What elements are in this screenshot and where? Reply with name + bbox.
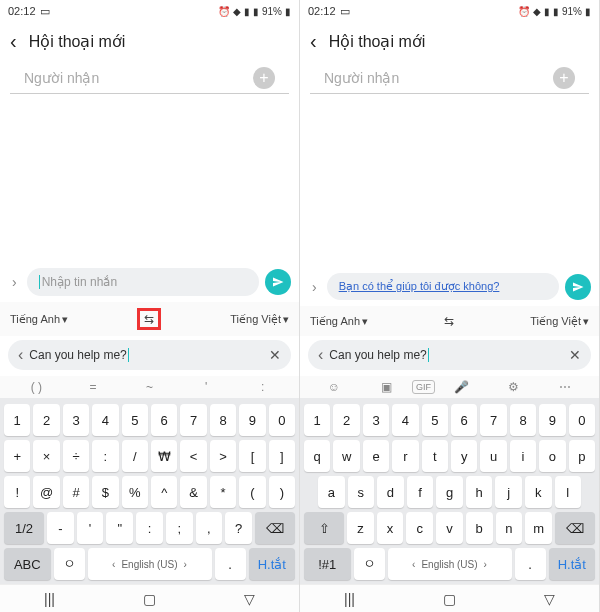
send-button[interactable] bbox=[565, 274, 591, 300]
key-i[interactable]: i bbox=[510, 440, 536, 472]
translate-input[interactable]: ‹ Can you help me? ✕ bbox=[308, 340, 591, 370]
key-f[interactable]: f bbox=[407, 476, 434, 508]
key-5[interactable]: 5 bbox=[422, 404, 448, 436]
chevron-left-icon[interactable]: ‹ bbox=[318, 346, 323, 364]
key[interactable]: ^ bbox=[151, 476, 177, 508]
key-3[interactable]: 3 bbox=[363, 404, 389, 436]
key-q[interactable]: q bbox=[304, 440, 330, 472]
key[interactable]: ₩ bbox=[151, 440, 177, 472]
key-o[interactable]: o bbox=[539, 440, 565, 472]
add-recipient-button[interactable]: + bbox=[553, 67, 575, 89]
key-a[interactable]: a bbox=[318, 476, 345, 508]
key-h[interactable]: h bbox=[466, 476, 493, 508]
key[interactable]: : bbox=[136, 512, 163, 544]
key-b[interactable]: b bbox=[466, 512, 493, 544]
key[interactable]: # bbox=[63, 476, 89, 508]
recipient-field[interactable]: Người nhận + bbox=[10, 61, 289, 94]
key[interactable]: , bbox=[196, 512, 223, 544]
back-icon[interactable]: ‹ bbox=[10, 30, 17, 53]
tool-tilde[interactable]: ~ bbox=[121, 380, 178, 394]
key-7[interactable]: 7 bbox=[480, 404, 506, 436]
key-w[interactable]: w bbox=[333, 440, 359, 472]
key-t[interactable]: t bbox=[422, 440, 448, 472]
key[interactable]: × bbox=[33, 440, 59, 472]
key-4[interactable]: 4 bbox=[392, 404, 418, 436]
key-j[interactable]: j bbox=[495, 476, 522, 508]
key-v[interactable]: v bbox=[436, 512, 463, 544]
key[interactable]: < bbox=[180, 440, 206, 472]
key[interactable]: ; bbox=[166, 512, 193, 544]
back-icon[interactable]: ‹ bbox=[310, 30, 317, 53]
key-comma[interactable]: ㅇ bbox=[354, 548, 385, 580]
key[interactable]: ) bbox=[269, 476, 295, 508]
key-6[interactable]: 6 bbox=[451, 404, 477, 436]
key-8[interactable]: 8 bbox=[210, 404, 236, 436]
key[interactable]: " bbox=[106, 512, 133, 544]
nav-recents[interactable]: ||| bbox=[344, 591, 355, 607]
key[interactable]: - bbox=[47, 512, 74, 544]
tool-eq[interactable]: = bbox=[65, 380, 122, 394]
key-k[interactable]: k bbox=[525, 476, 552, 508]
key-1[interactable]: 1 bbox=[4, 404, 30, 436]
add-recipient-button[interactable]: + bbox=[253, 67, 275, 89]
key-u[interactable]: u bbox=[480, 440, 506, 472]
tool-quote[interactable]: ' bbox=[178, 380, 235, 394]
key-8[interactable]: 8 bbox=[510, 404, 536, 436]
send-button[interactable] bbox=[265, 269, 291, 295]
key-g[interactable]: g bbox=[436, 476, 463, 508]
key-s[interactable]: s bbox=[348, 476, 375, 508]
source-lang[interactable]: Tiếng Anh ▾ bbox=[10, 313, 68, 326]
key-c[interactable]: c bbox=[406, 512, 433, 544]
clear-icon[interactable]: ✕ bbox=[269, 347, 281, 363]
expand-icon[interactable]: › bbox=[8, 274, 21, 290]
key[interactable]: [ bbox=[239, 440, 265, 472]
key-x[interactable]: x bbox=[377, 512, 404, 544]
key-e[interactable]: e bbox=[363, 440, 389, 472]
key[interactable]: ( bbox=[239, 476, 265, 508]
key[interactable]: ' bbox=[77, 512, 104, 544]
mic-icon[interactable]: 🎤 bbox=[435, 380, 487, 394]
tool-paren[interactable]: ( ) bbox=[8, 380, 65, 394]
key[interactable]: @ bbox=[33, 476, 59, 508]
target-lang[interactable]: Tiếng Việt ▾ bbox=[530, 315, 589, 328]
key-m[interactable]: m bbox=[525, 512, 552, 544]
key-mode[interactable]: !#1 bbox=[304, 548, 351, 580]
key[interactable]: & bbox=[180, 476, 206, 508]
shift-key[interactable]: ⇧ bbox=[304, 512, 344, 544]
target-lang[interactable]: Tiếng Việt ▾ bbox=[230, 313, 289, 326]
tool-colon[interactable]: : bbox=[234, 380, 291, 394]
nav-back[interactable]: ▽ bbox=[244, 591, 255, 607]
key[interactable]: ? bbox=[225, 512, 252, 544]
key[interactable]: ÷ bbox=[63, 440, 89, 472]
emoji-icon[interactable]: ☺ bbox=[308, 380, 360, 394]
key-7[interactable]: 7 bbox=[180, 404, 206, 436]
spacebar[interactable]: ‹ English (US) › bbox=[88, 548, 212, 580]
gif-icon[interactable]: GIF bbox=[412, 380, 435, 394]
key-0[interactable]: 0 bbox=[269, 404, 295, 436]
key-htat[interactable]: H.tắt bbox=[249, 548, 296, 580]
spacebar[interactable]: ‹ English (US) › bbox=[388, 548, 512, 580]
key-htat[interactable]: H.tắt bbox=[549, 548, 596, 580]
key-abc[interactable]: ABC bbox=[4, 548, 51, 580]
key-6[interactable]: 6 bbox=[151, 404, 177, 436]
key-p[interactable]: p bbox=[569, 440, 595, 472]
key-y[interactable]: y bbox=[451, 440, 477, 472]
key-1[interactable]: 1 bbox=[304, 404, 330, 436]
backspace-key[interactable]: ⌫ bbox=[555, 512, 595, 544]
key-2[interactable]: 2 bbox=[333, 404, 359, 436]
nav-home[interactable]: ▢ bbox=[443, 591, 456, 607]
key-mode[interactable]: 1/2 bbox=[4, 512, 44, 544]
key-d[interactable]: d bbox=[377, 476, 404, 508]
key-r[interactable]: r bbox=[392, 440, 418, 472]
key-l[interactable]: l bbox=[555, 476, 582, 508]
message-input[interactable]: Bạn có thể giúp tôi được không? bbox=[327, 273, 559, 300]
key-dot[interactable]: . bbox=[215, 548, 246, 580]
nav-back[interactable]: ▽ bbox=[544, 591, 555, 607]
key-dot[interactable]: . bbox=[515, 548, 546, 580]
key[interactable]: ] bbox=[269, 440, 295, 472]
key[interactable]: % bbox=[122, 476, 148, 508]
recipient-field[interactable]: Người nhận + bbox=[310, 61, 589, 94]
sticker-icon[interactable]: ▣ bbox=[360, 380, 412, 394]
swap-lang-button[interactable]: ⇆ bbox=[438, 312, 460, 330]
key-z[interactable]: z bbox=[347, 512, 374, 544]
